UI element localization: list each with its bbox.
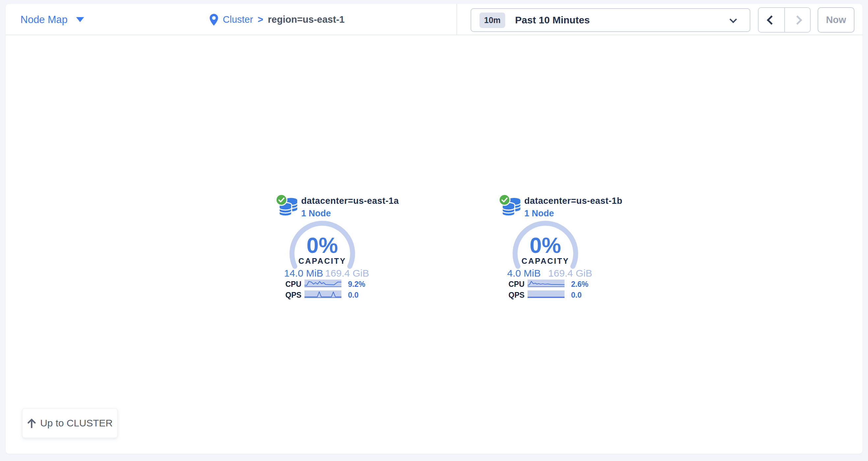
capacity-label: CAPACITY [513, 257, 578, 266]
qps-value: 0.0 [348, 291, 359, 300]
breadcrumb: Cluster > region=us-east-1 [210, 4, 345, 35]
datacenter-card[interactable]: datacenter=us-east-1b 1 Node 0% CAPACITY… [505, 193, 593, 306]
breadcrumb-separator: > [258, 14, 263, 25]
cpu-sparkline [528, 279, 564, 287]
cpu-value: 9.2% [348, 280, 365, 289]
capacity-percent: 0% [513, 233, 578, 258]
capacity-total: 169.4 GiB [325, 268, 369, 279]
caret-down-icon [76, 17, 84, 22]
breadcrumb-cluster-link[interactable]: Cluster [223, 14, 253, 25]
up-to-cluster-label: Up to CLUSTER [40, 418, 113, 429]
qps-label: QPS [508, 291, 525, 300]
capacity-used: 4.0 MiB [507, 268, 541, 279]
qps-value: 0.0 [571, 291, 582, 300]
capacity-label: CAPACITY [289, 257, 355, 266]
breadcrumb-current: region=us-east-1 [268, 14, 345, 25]
qps-sparkline [528, 290, 564, 298]
time-range-select[interactable]: 10m Past 10 Minutes [471, 8, 750, 32]
up-to-cluster-button[interactable]: Up to CLUSTER [22, 408, 118, 438]
time-nav-group [758, 7, 811, 33]
node-map-panel: Node Map Cluster > region=us-east-1 10m … [6, 4, 862, 454]
cpu-label: CPU [285, 280, 302, 289]
time-forward-button[interactable] [784, 8, 810, 32]
time-back-button[interactable] [758, 8, 784, 32]
datacenter-card[interactable]: datacenter=us-east-1a 1 Node 0% CAPACITY… [282, 193, 370, 306]
chevron-down-icon [730, 16, 737, 23]
datacenter-name: datacenter=us-east-1a [301, 196, 399, 206]
view-selector-label: Node Map [21, 14, 67, 26]
cpu-sparkline [305, 279, 341, 287]
capacity-used: 14.0 MiB [284, 268, 323, 279]
chevron-left-icon [767, 15, 776, 24]
healthy-check-icon [498, 193, 511, 206]
qps-label: QPS [285, 291, 302, 300]
cpu-label: CPU [508, 280, 525, 289]
time-range-label: Past 10 Minutes [515, 14, 590, 26]
view-selector-dropdown[interactable]: Node Map [21, 4, 84, 35]
capacity-total: 169.4 GiB [548, 268, 592, 279]
cpu-value: 2.6% [571, 280, 588, 289]
qps-sparkline [305, 290, 341, 298]
capacity-percent: 0% [289, 233, 355, 258]
topbar: Node Map Cluster > region=us-east-1 10m … [6, 4, 862, 35]
time-range-badge: 10m [479, 12, 505, 28]
chevron-right-icon [793, 15, 802, 24]
datacenter-name: datacenter=us-east-1b [524, 196, 622, 206]
datacenter-node-count: 1 Node [524, 208, 622, 219]
map-pin-icon [210, 14, 218, 26]
topbar-divider [457, 4, 457, 35]
now-button[interactable]: Now [817, 7, 855, 33]
datacenter-node-count: 1 Node [301, 208, 399, 219]
arrow-up-icon [27, 418, 36, 428]
healthy-check-icon [275, 193, 288, 206]
